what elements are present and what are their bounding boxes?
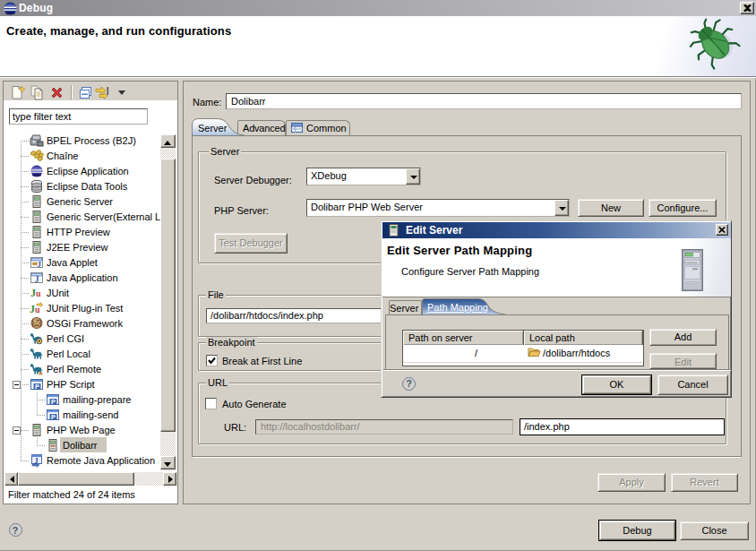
svg-text:R: R [39,371,44,376]
svg-text:J: J [35,275,39,284]
svg-text:P: P [35,383,39,391]
svg-text:P: P [51,413,56,421]
svg-text:J: J [38,260,42,269]
svg-text:P: P [51,398,56,406]
svg-text:u: u [36,288,41,298]
svg-text:u: u [35,305,40,314]
